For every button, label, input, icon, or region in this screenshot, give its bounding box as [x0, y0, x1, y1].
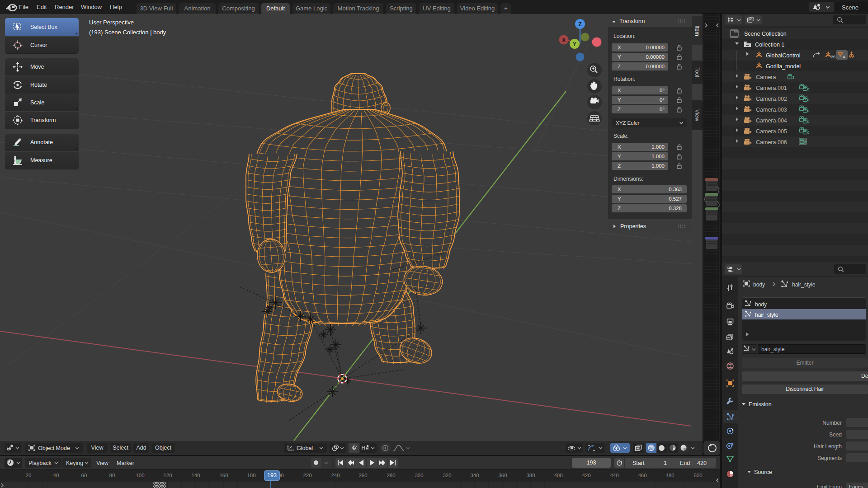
svg-text:X: X	[562, 37, 566, 43]
svg-text:Z: Z	[578, 21, 581, 28]
svg-text:Y: Y	[573, 41, 576, 47]
